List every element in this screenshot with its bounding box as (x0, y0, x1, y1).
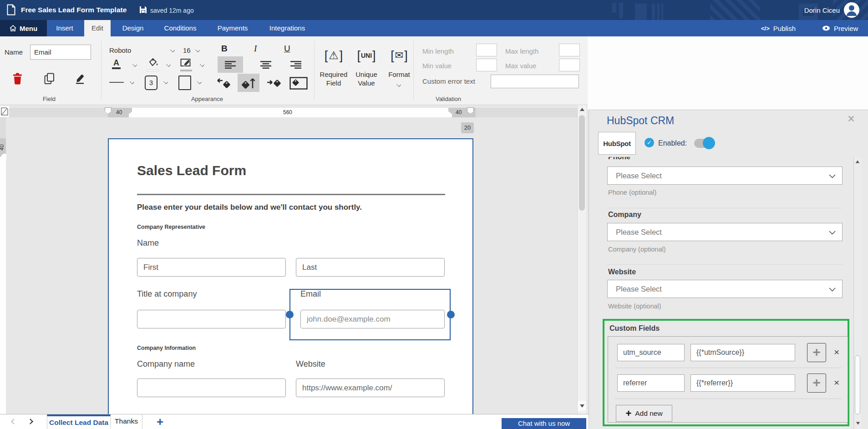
duplicate-field-icon[interactable] (44, 73, 55, 85)
menu-item-design[interactable]: Design (117, 20, 148, 36)
delete-field-icon[interactable] (13, 73, 22, 85)
preview-button[interactable]: Preview (822, 20, 858, 36)
chevron-down-icon[interactable] (200, 62, 204, 67)
enabled-toggle[interactable] (694, 139, 714, 148)
label-right-button[interactable] (264, 75, 284, 92)
required-field-button[interactable]: [ ⚠ ] (319, 43, 348, 68)
avatar[interactable] (843, 2, 860, 18)
label-top-button[interactable] (238, 74, 259, 92)
max-value-input[interactable] (559, 59, 580, 71)
border-color-button[interactable] (180, 57, 194, 69)
underline-button[interactable]: U (284, 44, 290, 54)
next-page-icon[interactable] (27, 419, 33, 424)
add-page-icon[interactable]: + (157, 414, 163, 429)
scroll-up-icon[interactable] (580, 108, 584, 111)
section-company-information[interactable]: Company Information (137, 345, 196, 351)
custom-field-value-input[interactable] (690, 344, 795, 361)
menu-button[interactable]: Menu (0, 20, 47, 36)
last-name-input[interactable] (296, 258, 445, 277)
chevron-down-icon[interactable] (197, 80, 202, 84)
canvas-scrollbar-thumb[interactable] (579, 115, 585, 211)
close-icon[interactable]: × (848, 112, 855, 126)
scroll-up-icon[interactable] (856, 161, 860, 163)
border-style-select[interactable] (109, 82, 124, 83)
menu-item-integrations[interactable]: Integrations (269, 20, 306, 36)
menu-item-conditions[interactable]: Conditions (163, 20, 198, 36)
chevron-down-icon[interactable] (170, 48, 175, 52)
italic-button[interactable]: I (254, 44, 257, 54)
email-field-label[interactable]: Email (300, 289, 321, 299)
title-field-label[interactable]: Title at company (137, 289, 197, 299)
website-select[interactable]: Please Select (607, 280, 843, 298)
label-left-button[interactable] (214, 75, 234, 92)
form-divider[interactable] (137, 194, 445, 195)
menu-item-insert[interactable]: Insert (54, 20, 76, 36)
font-family-select[interactable]: Roboto (109, 46, 131, 54)
website-input[interactable] (296, 379, 445, 397)
paint-bucket-icon (147, 57, 158, 67)
font-color-button[interactable]: A (112, 58, 121, 69)
edit-field-icon[interactable] (75, 73, 85, 84)
company-name-input[interactable] (137, 379, 286, 397)
panel-scrollbar[interactable] (853, 157, 861, 429)
selection-handle-right[interactable] (447, 311, 455, 318)
tab-collect-lead-data[interactable]: Collect Lead Data (47, 414, 111, 429)
custom-error-input[interactable] (491, 75, 579, 88)
align-left-button[interactable] (218, 56, 243, 73)
min-value-input[interactable] (476, 59, 497, 71)
chat-button[interactable]: Chat with us now (502, 418, 586, 429)
title-company-input[interactable] (137, 310, 286, 328)
company-select[interactable]: Please Select (607, 223, 843, 241)
bold-button[interactable]: B (221, 44, 228, 54)
publish-button[interactable]: </> Publish (761, 20, 796, 36)
chevron-down-icon[interactable] (130, 80, 134, 84)
add-new-button[interactable]: + Add new (616, 405, 672, 422)
chevron-down-icon[interactable] (396, 82, 401, 87)
ruler-badge[interactable]: 20 (461, 122, 474, 133)
label-inside-button[interactable] (288, 75, 310, 92)
min-length-input[interactable] (476, 44, 497, 56)
tab-thanks[interactable]: Thanks (111, 414, 142, 429)
name-field-label[interactable]: Name (137, 238, 159, 248)
phone-select[interactable]: Please Select (607, 167, 843, 185)
scroll-down-button[interactable] (578, 401, 586, 411)
border-width-select[interactable]: 3 (145, 76, 157, 90)
selection-handle-left[interactable] (286, 311, 294, 318)
add-new-label: Add new (635, 409, 662, 418)
max-length-input[interactable] (559, 44, 580, 56)
prev-page-icon[interactable] (11, 419, 17, 424)
background-color-button[interactable] (147, 57, 159, 69)
chevron-down-icon (829, 231, 836, 235)
website-field-label[interactable]: Website (296, 359, 325, 369)
font-size-select[interactable]: 16 (183, 46, 191, 54)
border-sides-select[interactable] (178, 76, 191, 90)
panel-scrollbar-thumb[interactable] (855, 355, 860, 414)
chevron-down-icon[interactable] (163, 80, 168, 84)
unique-value-button[interactable]: [ UNI ] (352, 43, 381, 68)
align-right-button[interactable] (283, 56, 309, 73)
field-name-input[interactable] (30, 45, 91, 60)
email-input[interactable] (300, 310, 445, 328)
ruler-corner-icon[interactable] (0, 106, 9, 117)
insert-variable-button[interactable]: + (807, 343, 826, 362)
custom-field-key-input[interactable] (617, 374, 685, 392)
align-center-button[interactable] (253, 56, 279, 73)
canvas-scrollbar[interactable] (577, 105, 586, 414)
custom-field-key-input[interactable] (617, 344, 685, 361)
form-subtitle[interactable]: Please enter your details below and we'l… (137, 203, 362, 212)
scroll-down-icon[interactable] (856, 422, 860, 425)
remove-row-icon[interactable]: × (834, 377, 839, 388)
first-name-input[interactable] (137, 258, 286, 277)
chevron-down-icon[interactable] (195, 48, 200, 52)
insert-variable-button[interactable]: + (807, 373, 826, 393)
menu-item-edit[interactable]: Edit (84, 20, 111, 36)
section-company-representative[interactable]: Company Representative (137, 224, 205, 230)
company-field-label[interactable]: Company name (137, 359, 195, 369)
custom-field-value-input[interactable] (690, 374, 795, 392)
format-button[interactable]: [ ✉ ] (385, 43, 414, 68)
chevron-down-icon[interactable] (132, 62, 137, 67)
chevron-down-icon[interactable] (166, 62, 171, 67)
remove-row-icon[interactable]: × (834, 347, 839, 358)
menu-item-payments[interactable]: Payments (216, 20, 249, 36)
form-heading[interactable]: Sales Lead Form (137, 163, 246, 178)
